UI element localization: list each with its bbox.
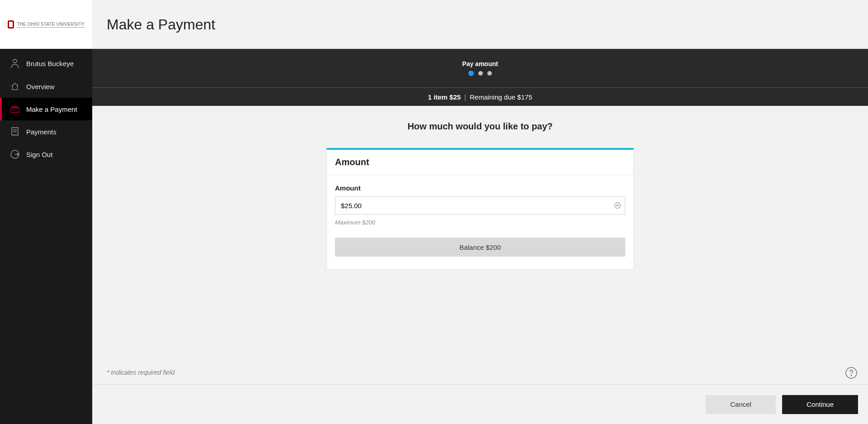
- user-icon: [10, 58, 20, 68]
- sidebar-item-label: Sign Out: [26, 151, 52, 158]
- progress-dots: [468, 71, 492, 76]
- amount-card: Amount Amount Maximum $200 Balance $200: [326, 148, 634, 270]
- home-icon: [10, 81, 20, 91]
- left-column: The Ohio State University Brutus Buckeye…: [0, 0, 92, 424]
- summary-remaining: Remaining due $175: [470, 93, 532, 101]
- page-title: Make a Payment: [92, 0, 868, 49]
- logo-text: The Ohio State University: [17, 22, 85, 28]
- clear-amount-icon[interactable]: [613, 201, 622, 210]
- footer: Cancel Continue: [92, 384, 868, 424]
- help-icon[interactable]: [844, 366, 858, 380]
- amount-input[interactable]: [335, 196, 625, 214]
- logo[interactable]: The Ohio State University: [8, 20, 85, 29]
- progress-dot-1: [468, 71, 474, 76]
- main: Make a Payment Pay amount 1 item $25 | R…: [92, 0, 868, 424]
- continue-button[interactable]: Continue: [782, 395, 858, 414]
- progress-dot-3: [487, 71, 492, 76]
- required-field-note: * Indicates required field: [107, 369, 175, 376]
- content: How much would you like to pay? Amount A…: [92, 106, 868, 384]
- sidebar-item-overview[interactable]: Overview: [0, 75, 92, 98]
- logo-box: The Ohio State University: [0, 0, 92, 49]
- payment-icon: [10, 104, 20, 114]
- pay-question: How much would you like to pay?: [407, 121, 552, 132]
- sidebar-item-label: Make a Payment: [26, 105, 77, 113]
- summary-separator: |: [464, 93, 466, 101]
- svg-point-5: [851, 375, 852, 376]
- sidebar-item-label: Overview: [26, 83, 55, 91]
- sidebar-item-payments[interactable]: Payments: [0, 120, 92, 143]
- cancel-button[interactable]: Cancel: [706, 395, 776, 414]
- progress-step-header: Pay amount: [92, 49, 868, 88]
- summary-items: 1 item $25: [428, 93, 461, 101]
- sidebar-item-sign-out[interactable]: Sign Out: [0, 143, 92, 166]
- sidebar: Brutus Buckeye Overview Make a Payment: [0, 49, 92, 424]
- amount-input-wrap: [335, 196, 625, 214]
- sidebar-item-label: Payments: [26, 128, 57, 136]
- sidebar-item-label: Brutus Buckeye: [26, 60, 74, 67]
- sidebar-item-make-payment[interactable]: Make a Payment: [0, 98, 92, 120]
- sidebar-item-user[interactable]: Brutus Buckeye: [0, 52, 92, 75]
- amount-field-label: Amount: [335, 184, 625, 192]
- progress-bar: Pay amount 1 item $25 | Remaining due $1…: [92, 49, 868, 106]
- amount-max-hint: Maximum $200: [335, 219, 625, 226]
- amount-card-title: Amount: [327, 150, 633, 175]
- balance-button[interactable]: Balance $200: [335, 238, 625, 257]
- ohio-state-logo-icon: [8, 20, 14, 29]
- svg-point-0: [13, 59, 17, 63]
- progress-step-label: Pay amount: [462, 60, 498, 67]
- receipt-icon: [10, 127, 20, 137]
- progress-dot-2: [478, 71, 483, 76]
- sign-out-icon: [10, 149, 20, 159]
- progress-summary: 1 item $25 | Remaining due $175: [92, 88, 868, 106]
